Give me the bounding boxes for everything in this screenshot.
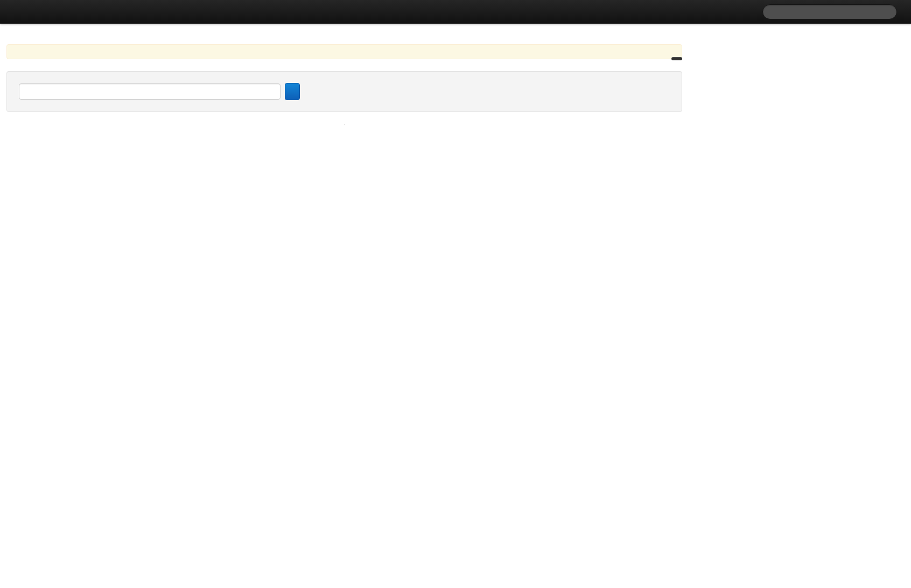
- row-number-input[interactable]: [19, 83, 281, 100]
- jump-to-row-button[interactable]: [285, 83, 300, 100]
- pagination: [344, 124, 345, 125]
- key-search-input[interactable]: [762, 4, 897, 19]
- jump-row-panel: [6, 71, 682, 112]
- navbar-search: [762, 4, 897, 19]
- build-models-alert: [6, 44, 682, 59]
- top-navbar: [0, 0, 911, 24]
- json-button[interactable]: [671, 57, 682, 60]
